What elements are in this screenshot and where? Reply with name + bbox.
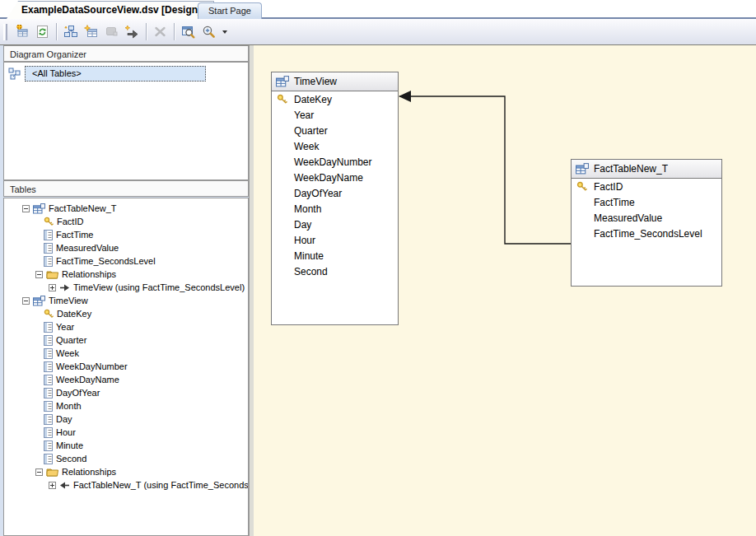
diagram-column-row[interactable]: Year bbox=[272, 107, 398, 123]
facttable-diagram-header[interactable]: FactTableNew_T bbox=[572, 160, 721, 179]
column-icon bbox=[44, 256, 53, 267]
diagram-column-row[interactable]: WeekDayName bbox=[272, 170, 398, 185]
diagram-column-row[interactable]: FactTime bbox=[572, 194, 721, 210]
add-remove-tables-button[interactable] bbox=[12, 22, 31, 41]
collapse-icon[interactable] bbox=[22, 297, 30, 305]
tree-node-column[interactable]: Week bbox=[4, 347, 248, 360]
diagram-column-row[interactable]: Month bbox=[272, 201, 398, 217]
toolbar-separator bbox=[56, 23, 57, 40]
diagram-icon bbox=[8, 68, 21, 80]
diagram-column-row[interactable]: WeekDayNumber bbox=[272, 154, 398, 170]
folder-icon bbox=[46, 467, 58, 477]
diagram-column-row[interactable]: Hour bbox=[272, 232, 398, 248]
column-icon bbox=[44, 414, 53, 425]
table-icon bbox=[276, 76, 289, 87]
column-icon bbox=[44, 454, 53, 464]
table-icon bbox=[33, 296, 45, 306]
tree-node-relationship[interactable]: TimeView (using FactTime_SecondsLevel) bbox=[4, 281, 248, 294]
navigate-arrow-icon bbox=[125, 25, 139, 39]
collapse-icon[interactable] bbox=[22, 205, 30, 212]
column-icon bbox=[44, 335, 53, 346]
arrange-tables-button[interactable] bbox=[61, 22, 80, 41]
refresh-button[interactable] bbox=[33, 22, 52, 41]
diagram-organizer-list: <All Tables> bbox=[3, 62, 249, 180]
find-table-icon bbox=[181, 25, 195, 39]
arrange-tables-icon bbox=[63, 25, 77, 39]
delete-x-icon bbox=[153, 25, 167, 39]
diagram-item-label: <All Tables> bbox=[25, 66, 206, 82]
diagram-column-row[interactable]: FactID bbox=[572, 179, 721, 194]
column-icon bbox=[44, 440, 53, 451]
diagram-column-row[interactable]: Minute bbox=[272, 248, 398, 263]
delete-button[interactable] bbox=[151, 22, 170, 41]
zoom-button[interactable] bbox=[199, 22, 218, 41]
tree-node-column[interactable]: Month bbox=[4, 399, 248, 412]
column-icon bbox=[44, 230, 53, 240]
diagram-column-row[interactable]: Quarter bbox=[272, 123, 398, 138]
tables-tree: FactTableNew_T FactID FactTime bbox=[3, 198, 249, 536]
column-icon bbox=[44, 348, 53, 359]
tab-start-page[interactable]: Start Page bbox=[198, 2, 262, 19]
diagram-column-row[interactable]: Week bbox=[272, 138, 398, 154]
left-dock: Diagram Organizer <All Tables> Tables bbox=[0, 45, 254, 536]
tree-node-column[interactable]: Quarter bbox=[4, 333, 248, 347]
tree-node-column[interactable]: FactID bbox=[4, 215, 248, 228]
column-icon bbox=[44, 322, 53, 333]
column-icon bbox=[44, 388, 53, 399]
diagram-column-row[interactable]: DayOfYear bbox=[272, 185, 398, 201]
tree-node-column[interactable]: FactTime bbox=[4, 228, 248, 241]
tab-example-datasourceview[interactable]: ExampleDataSourceView.dsv [Design]* bbox=[7, 1, 214, 19]
tree-node-column[interactable]: WeekDayName bbox=[4, 373, 248, 386]
tree-node-timeview[interactable]: TimeView bbox=[4, 294, 248, 307]
tree-node-column[interactable]: Day bbox=[4, 412, 248, 426]
tree-node-column[interactable]: FactTime_SecondsLevel bbox=[4, 254, 248, 268]
column-icon bbox=[44, 361, 53, 372]
tree-node-column[interactable]: Second bbox=[4, 452, 248, 465]
column-icon bbox=[44, 401, 53, 412]
toolbar-separator bbox=[174, 23, 175, 40]
relationship-arrow-right-icon bbox=[59, 282, 70, 292]
diagram-column-row[interactable]: DateKey bbox=[272, 91, 398, 107]
tree-node-column[interactable]: Hour bbox=[4, 426, 248, 439]
tree-node-column[interactable]: MeasuredValue bbox=[4, 241, 248, 254]
toolbar-separator bbox=[146, 23, 147, 40]
diagram-column-row[interactable]: FactTime_SecondsLevel bbox=[572, 226, 721, 241]
find-table-button[interactable] bbox=[179, 22, 198, 41]
tree-node-relationship[interactable]: FactTableNew_T (using FactTime_SecondsLe… bbox=[4, 478, 248, 492]
dsv-toolbar bbox=[0, 19, 756, 45]
timeview-diagram-header[interactable]: TimeView bbox=[272, 72, 398, 91]
collapse-icon[interactable] bbox=[35, 468, 43, 476]
tree-node-column[interactable]: Year bbox=[4, 320, 248, 333]
diagram-column-row[interactable]: MeasuredValue bbox=[572, 210, 721, 226]
timeview-diagram-table[interactable]: TimeView DateKey Year Quarter Week WeekD… bbox=[271, 72, 399, 325]
key-icon bbox=[277, 94, 287, 105]
related-tables-icon bbox=[105, 25, 119, 39]
facttable-diagram-table[interactable]: FactTableNew_T FactID FactTime MeasuredV… bbox=[571, 159, 722, 287]
tree-node-relationships[interactable]: Relationships bbox=[4, 465, 248, 478]
new-diagram-button[interactable] bbox=[82, 22, 100, 41]
diagram-column-row[interactable]: Second bbox=[272, 263, 398, 279]
diagram-table-title: FactTableNew_T bbox=[594, 163, 668, 175]
design-surface[interactable]: TimeView DateKey Year Quarter Week WeekD… bbox=[254, 45, 756, 536]
tree-node-column[interactable]: Minute bbox=[4, 439, 248, 452]
table-icon bbox=[33, 203, 45, 214]
tree-node-relationships[interactable]: Relationships bbox=[4, 268, 248, 281]
tree-node-column[interactable]: DateKey bbox=[4, 307, 248, 320]
zoom-icon bbox=[202, 25, 216, 39]
key-icon bbox=[576, 181, 587, 193]
zoom-dropdown-caret[interactable] bbox=[222, 30, 227, 34]
diagram-column-row[interactable]: Day bbox=[272, 217, 398, 232]
new-diagram-icon bbox=[84, 25, 98, 39]
column-icon bbox=[44, 427, 53, 438]
expand-icon[interactable] bbox=[49, 284, 56, 291]
tree-node-column[interactable]: WeekDayNumber bbox=[4, 360, 248, 373]
tree-node-column[interactable]: DayOfYear bbox=[4, 386, 248, 399]
collapse-icon[interactable] bbox=[35, 271, 43, 278]
add-table-icon bbox=[15, 25, 29, 39]
toolbar-grip[interactable] bbox=[3, 24, 7, 40]
navigate-to-related-table-button[interactable] bbox=[123, 22, 142, 41]
diagram-item-all-tables[interactable]: <All Tables> bbox=[4, 64, 248, 82]
expand-icon[interactable] bbox=[49, 482, 56, 489]
tree-node-facttable[interactable]: FactTableNew_T bbox=[4, 202, 248, 215]
show-related-tables-button[interactable] bbox=[102, 22, 121, 41]
